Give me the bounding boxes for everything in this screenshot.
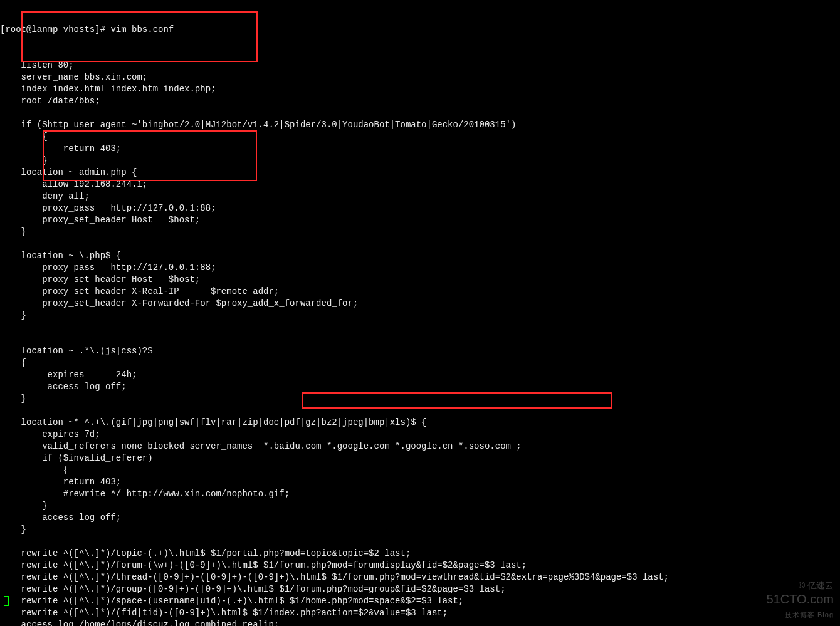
code-line: proxy_set_header X-Real-IP $remote_addr;	[0, 286, 840, 298]
code-line: proxy_pass http://127.0.0.1:88;	[0, 262, 840, 274]
code-line	[0, 536, 840, 548]
code-line: access_log off;	[0, 381, 840, 393]
code-line: }	[0, 524, 840, 536]
code-line: proxy_set_header Host $host;	[0, 214, 840, 226]
shell-prompt-line: [root@lanmp vhosts]# vim bbs.conf	[0, 24, 840, 36]
code-line: }	[0, 310, 840, 321]
code-line: proxy_pass http://127.0.0.1:88;	[0, 202, 840, 214]
code-line: return 403;	[0, 476, 840, 488]
code-line: access_log /home/logs/discuz.log combine…	[0, 619, 840, 626]
code-line	[0, 405, 840, 417]
code-line: rewrite ^([^\.]*)/(fid|tid)-([0-9]+)\.ht…	[0, 607, 840, 619]
code-line: location ~* ^.+\.(gif|jpg|png|swf|flv|ra…	[0, 417, 840, 429]
code-line: deny all;	[0, 190, 840, 202]
code-line: access_log off;	[0, 512, 840, 524]
code-line: }	[0, 500, 840, 512]
code-line: proxy_set_header X-Forwarded-For $proxy_…	[0, 298, 840, 310]
code-line: #rewrite ^/ http://www.xin.com/nophoto.g…	[0, 488, 840, 500]
code-line: rewrite ^([^\.]*)/thread-([0-9]+)-([0-9]…	[0, 571, 840, 583]
code-line: allow 192.168.244.1;	[0, 179, 840, 190]
code-line: {	[0, 357, 840, 369]
code-line	[0, 238, 840, 250]
code-line: valid_referers none blocked server_names…	[0, 441, 840, 452]
code-line	[0, 321, 840, 333]
code-line: }	[0, 226, 840, 238]
code-line: expires 24h;	[0, 369, 840, 381]
code-line: {	[0, 464, 840, 476]
code-line: listen 80;	[0, 60, 840, 71]
code-line: server_name bbs.xin.com;	[0, 71, 840, 83]
code-line: return 403;	[0, 143, 840, 155]
code-line: if ($invalid_referer)	[0, 452, 840, 464]
code-line: rewrite ^([^\.]*)/space-(username|uid)-(…	[0, 595, 840, 607]
code-line: location ~ .*\.(js|css)?$	[0, 345, 840, 357]
code-line: proxy_set_header Host $host;	[0, 274, 840, 286]
code-line: index index.html index.htm index.php;	[0, 83, 840, 95]
file-content: listen 80; server_name bbs.xin.com; inde…	[0, 60, 840, 626]
highlight-box-server-block	[21, 11, 258, 62]
terminal-viewport[interactable]: [root@lanmp vhosts]# vim bbs.conf listen…	[0, 0, 840, 626]
code-line: rewrite ^([^\.]*)/forum-(\w+)-([0-9]+)\.…	[0, 560, 840, 571]
code-line: }	[0, 393, 840, 405]
terminal-cursor	[4, 596, 9, 606]
code-line	[0, 333, 840, 345]
code-line: {	[0, 131, 840, 143]
code-line: location ~ admin.php {	[0, 167, 840, 179]
code-line: expires 7d;	[0, 429, 840, 441]
code-line: location ~ \.php$ {	[0, 250, 840, 262]
code-line: rewrite ^([^\.]*)/topic-(.+)\.html$ $1/p…	[0, 548, 840, 560]
code-line: root /date/bbs;	[0, 95, 840, 107]
code-line: rewrite ^([^\.]*)/group-([0-9]+)-([0-9]+…	[0, 583, 840, 595]
code-line: if ($http_user_agent ~'bingbot/2.0|MJ12b…	[0, 119, 840, 131]
code-line	[0, 107, 840, 119]
code-line: }	[0, 155, 840, 167]
